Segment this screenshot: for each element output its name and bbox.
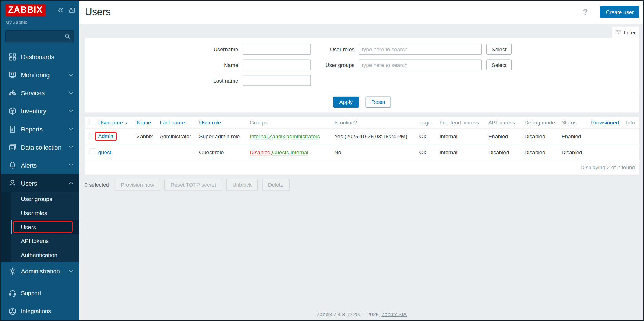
cell-debug-mode: Disabled: [522, 133, 559, 139]
filter-panel: Username User roles Select Name User gro…: [85, 38, 639, 113]
name-field[interactable]: [243, 59, 311, 70]
last-name-field[interactable]: [243, 75, 311, 86]
group-link[interactable]: Internal: [290, 149, 308, 155]
column-header-provisioned[interactable]: Provisioned: [589, 119, 624, 126]
chevron-down-icon: [69, 126, 73, 130]
username-label: Username: [85, 46, 238, 52]
cell-last-name: Administrator: [158, 133, 197, 139]
sidebar-item-data-collection[interactable]: Data collection: [0, 138, 79, 156]
inventory-icon: [8, 106, 17, 115]
zabbix-users-page: ZABBIX My Zabbix: [0, 0, 644, 321]
sidebar-header: ZABBIX: [5, 4, 76, 17]
sidebar-item-reports[interactable]: Reports: [0, 120, 79, 138]
header-actions: ? Create user: [581, 6, 639, 18]
group-link[interactable]: Guests: [272, 149, 290, 155]
cell-frontend-access: Internal: [438, 149, 486, 155]
column-header-info: Info: [624, 119, 639, 126]
collapse-sidebar-icon[interactable]: [56, 6, 65, 14]
selected-indicator-bar: [11, 220, 12, 234]
chevron-down-icon: [69, 162, 73, 166]
create-user-button[interactable]: Create user: [600, 6, 639, 18]
user-roles-field[interactable]: [359, 44, 482, 55]
data-collection-icon: [8, 143, 17, 151]
page-header: Users ? Create user: [79, 0, 644, 24]
content: Filter Username User roles Select Name U…: [79, 24, 644, 321]
column-header-api-access: API access: [486, 119, 522, 126]
sidebar-item-authentication[interactable]: Authentication: [11, 248, 79, 262]
chevron-down-icon: [69, 72, 73, 76]
user-link-guest[interactable]: guest: [98, 149, 111, 155]
services-icon: [8, 88, 17, 97]
chevron-down-icon: [69, 144, 73, 148]
user-roles-select-button[interactable]: Select: [486, 44, 512, 55]
column-header-groups: Groups: [248, 119, 332, 126]
filter-buttons: Apply Reset: [85, 97, 639, 108]
group-link[interactable]: Internal: [250, 133, 269, 139]
user-groups-field[interactable]: [359, 59, 482, 70]
zabbix-sia-link[interactable]: Zabbix SIA: [381, 312, 407, 317]
column-header-last-name[interactable]: Last name: [158, 119, 197, 126]
provision-now-button[interactable]: Provision now: [115, 179, 160, 191]
search-input[interactable]: [9, 33, 64, 40]
delete-button[interactable]: Delete: [262, 179, 290, 191]
sidebar-search: [5, 30, 74, 42]
sidebar-item-services[interactable]: Services: [0, 84, 79, 102]
sidebar-item-user-roles[interactable]: User roles: [11, 206, 79, 220]
sidebar-item-inventory[interactable]: Inventory: [0, 102, 79, 120]
user-groups-label: User groups: [316, 62, 355, 68]
unblock-button[interactable]: Unblock: [226, 179, 258, 191]
row-checkbox[interactable]: [90, 148, 96, 155]
apply-button[interactable]: Apply: [333, 97, 359, 108]
column-header-username[interactable]: Username▲: [96, 119, 135, 126]
username-field[interactable]: [243, 44, 311, 55]
reset-button[interactable]: Reset: [366, 97, 391, 108]
sidebar-item-user-groups[interactable]: User groups: [11, 192, 79, 206]
sidebar-item-monitoring[interactable]: Monitoring: [0, 66, 79, 84]
help-icon[interactable]: ?: [581, 7, 589, 17]
group-link[interactable]: Zabbix administrators: [269, 133, 320, 139]
table-header-row: Username▲ Name Last name User role Group…: [85, 117, 639, 128]
headset-icon: [8, 289, 17, 298]
column-header-status: Status: [559, 119, 589, 126]
filter-tab-label: Filter: [624, 29, 636, 35]
sidebar-item-support[interactable]: Support: [0, 284, 79, 302]
cell-is-online: No: [332, 149, 417, 155]
gear-icon: [8, 267, 17, 275]
reset-totp-secret-button[interactable]: Reset TOTP secret: [164, 179, 222, 191]
filter-tab[interactable]: Filter: [612, 27, 639, 38]
hide-sidebar-icon[interactable]: [68, 6, 76, 14]
table-row-guest: guest Guest role DisabledGuestsInternal …: [85, 144, 639, 160]
filter-funnel-icon: [616, 30, 621, 35]
cell-login: Ok: [417, 149, 437, 155]
cell-api-access: Enabled: [486, 133, 522, 139]
sidebar-item-users[interactable]: Users: [0, 174, 79, 192]
reports-icon: [8, 124, 17, 133]
user-link-admin[interactable]: Admin: [98, 133, 113, 139]
sidebar-item-integrations[interactable]: Integrations: [0, 302, 79, 320]
cell-is-online: Yes (2025-10-25 03:16:24 PM): [332, 133, 417, 139]
column-header-is-online: Is online?: [332, 119, 417, 126]
column-header-debug-mode: Debug mode: [522, 119, 559, 126]
filter-divider: [85, 92, 639, 92]
name-label: Name: [85, 62, 238, 68]
users-icon: [8, 179, 17, 188]
sidebar-item-administration[interactable]: Administration: [0, 262, 79, 280]
sidebar-item-users-sub[interactable]: Users: [11, 220, 79, 234]
select-all-checkbox[interactable]: [90, 119, 96, 125]
table-summary: Displaying 2 of 2 found: [85, 160, 639, 175]
last-name-label: Last name: [85, 77, 238, 84]
column-header-name[interactable]: Name: [135, 119, 158, 126]
footer-version-text: Zabbix 7.4.3. © 2001–2025,: [317, 312, 381, 317]
column-header-login: Login: [417, 119, 437, 126]
workspace-name: My Zabbix: [5, 20, 79, 24]
sidebar-item-alerts[interactable]: Alerts: [0, 156, 79, 174]
user-groups-select-button[interactable]: Select: [486, 59, 512, 70]
sidebar-item-dashboards[interactable]: Dashboards: [0, 48, 79, 66]
group-link[interactable]: Disabled: [250, 149, 272, 155]
sidebar: ZABBIX My Zabbix: [0, 0, 79, 321]
cell-status: Enabled: [559, 133, 589, 139]
column-header-user-role[interactable]: User role: [197, 119, 248, 126]
main-area: Users ? Create user Filter Username User…: [79, 0, 644, 321]
page-footer: Zabbix 7.4.3. © 2001–2025, Zabbix SIA: [79, 312, 644, 317]
sidebar-item-api-tokens[interactable]: API tokens: [11, 234, 79, 248]
